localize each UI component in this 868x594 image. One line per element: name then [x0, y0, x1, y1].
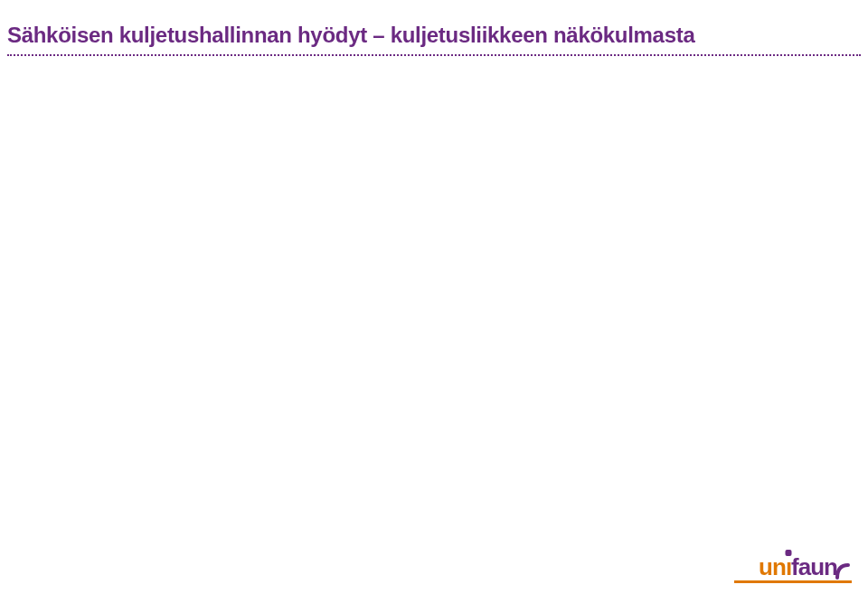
- slide-container: Sähköisen kuljetushallinnan hyödyt – kul…: [0, 0, 868, 594]
- logo-text: un ı faun: [759, 553, 852, 581]
- slide-title: Sähköisen kuljetushallinnan hyödyt – kul…: [7, 23, 694, 48]
- logo-letter-i: ı: [786, 553, 791, 581]
- title-divider: [7, 54, 861, 56]
- brand-logo: un ı faun: [759, 553, 852, 581]
- logo-part-faun: faun: [791, 553, 837, 581]
- logo-arc-icon: [835, 560, 852, 581]
- logo-part-uni: un: [759, 553, 786, 581]
- logo-dot-icon: [785, 550, 791, 556]
